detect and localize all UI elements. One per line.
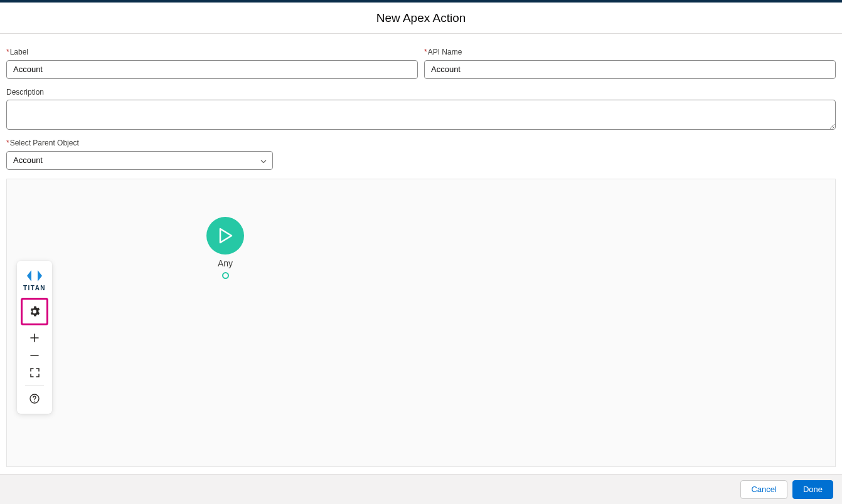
parent-object-select[interactable]: Account — [6, 151, 273, 170]
required-asterisk: * — [6, 139, 9, 147]
modal-title: New Apex Action — [0, 11, 842, 25]
minus-icon — [30, 351, 39, 360]
modal-header: New Apex Action — [0, 3, 842, 34]
api-name-label: *API Name — [424, 48, 836, 58]
description-label: Description — [6, 88, 836, 98]
fit-button[interactable] — [21, 364, 48, 382]
help-button[interactable] — [21, 390, 48, 407]
zoom-out-button[interactable] — [21, 347, 48, 364]
label-field-label: *Label — [6, 48, 418, 58]
modal-footer: Cancel Done — [0, 474, 842, 504]
description-input[interactable] — [6, 100, 836, 130]
start-node[interactable]: Any — [206, 217, 244, 279]
flow-canvas[interactable]: Any TITAN — [6, 179, 836, 467]
cancel-button[interactable]: Cancel — [740, 480, 787, 499]
form-area: *Label *API Name Description *Select Par… — [0, 34, 842, 467]
connector-dot[interactable] — [222, 272, 229, 279]
api-name-input[interactable] — [424, 60, 836, 79]
label-input[interactable] — [6, 60, 418, 79]
description-field: Description — [6, 88, 836, 130]
titan-logo: TITAN — [23, 268, 46, 291]
svg-point-1 — [34, 401, 35, 402]
gear-icon — [29, 306, 40, 317]
expand-icon — [30, 368, 40, 377]
api-name-field: *API Name — [424, 48, 836, 79]
start-node-label: Any — [218, 258, 233, 268]
required-asterisk: * — [6, 48, 9, 56]
required-asterisk: * — [424, 48, 427, 56]
parent-object-field: *Select Parent Object Account — [6, 139, 273, 170]
titan-logo-icon — [25, 268, 44, 283]
play-icon — [206, 217, 244, 255]
done-button[interactable]: Done — [792, 480, 833, 499]
label-field: *Label — [6, 48, 418, 79]
toolbar-divider — [25, 386, 44, 386]
zoom-in-button[interactable] — [21, 329, 48, 347]
parent-object-label: *Select Parent Object — [6, 139, 273, 149]
help-icon — [29, 394, 40, 404]
titan-brand-text: TITAN — [23, 285, 46, 291]
settings-button[interactable] — [21, 298, 48, 325]
canvas-toolbar: TITAN — [17, 261, 52, 414]
plus-icon — [30, 333, 39, 342]
